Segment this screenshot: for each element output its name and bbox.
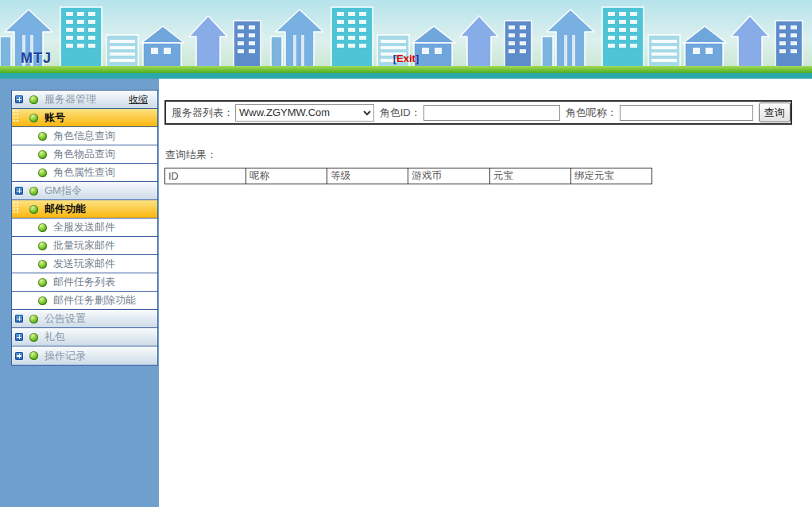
sidebar-item-operation-log[interactable]: 操作记录 — [12, 346, 157, 365]
sidebar-item-label: 公告设置 — [44, 312, 86, 326]
col-game-currency: 游戏币 — [408, 168, 489, 184]
green-orb-icon — [38, 168, 47, 177]
sidebar-item-send-player-mail[interactable]: 发送玩家邮件 — [12, 255, 157, 273]
green-orb-icon — [29, 205, 38, 214]
col-yuanbao: 元宝 — [489, 168, 570, 184]
sidebar-item-gm-command[interactable]: GM指令 — [12, 182, 157, 200]
green-orb-icon — [38, 150, 47, 159]
sidebar-item-label: 发送玩家邮件 — [53, 257, 115, 271]
sidebar-item-batch-player-mail[interactable]: 批量玩家邮件 — [12, 237, 157, 255]
sidebar-item-label: 全服发送邮件 — [53, 220, 115, 234]
col-id: ID — [165, 168, 246, 184]
sidebar-item-label: 批量玩家邮件 — [53, 238, 115, 253]
nickname-label: 角色呢称： — [566, 106, 617, 120]
collapse-link[interactable]: 收缩 — [129, 93, 148, 106]
sidebar-item-send-mail-all[interactable]: 全服发送邮件 — [12, 219, 157, 237]
site-logo: MTJ — [21, 50, 52, 67]
sidebar-item-mail-function[interactable]: 邮件功能 — [12, 200, 157, 219]
exit-label: Exit — [396, 52, 416, 64]
header-banner: MTJ [Exit] — [0, 0, 812, 79]
sidebar-item-label: 角色属性查询 — [53, 165, 115, 180]
col-level: 等级 — [327, 168, 408, 184]
sidebar-item-label: 邮件任务删除功能 — [53, 293, 136, 308]
result-title: 查询结果： — [165, 148, 812, 162]
green-orb-icon — [38, 223, 47, 232]
result-table: ID 呢称 等级 游戏币 元宝 绑定元宝 — [164, 168, 652, 184]
sidebar-menu: 服务器管理 收缩 账号 角色信息查询 角色物品查询 角色属性查询 — [11, 90, 158, 366]
table-header-row: ID 呢称 等级 游戏币 元宝 绑定元宝 — [165, 168, 652, 184]
sidebar-item-role-info-query[interactable]: 角色信息查询 — [12, 127, 157, 145]
expand-plus-icon[interactable] — [15, 333, 23, 341]
sidebar-item-label: GM指令 — [44, 184, 82, 198]
server-list-label: 服务器列表： — [172, 106, 234, 120]
sidebar-item-label: 账号 — [44, 110, 65, 125]
green-orb-icon — [38, 296, 47, 305]
sidebar-item-label: 角色信息查询 — [53, 129, 115, 143]
query-button[interactable]: 查询 — [759, 103, 791, 122]
sidebar-item-label: 邮件任务列表 — [53, 275, 115, 289]
sidebar-item-label: 角色物品查询 — [53, 147, 115, 161]
city-skyline-illustration — [0, 0, 812, 79]
role-id-input[interactable] — [423, 105, 560, 121]
nickname-input[interactable] — [620, 105, 753, 121]
sidebar: 服务器管理 收缩 账号 角色信息查询 角色物品查询 角色属性查询 — [0, 79, 159, 507]
col-bound-yuanbao: 绑定元宝 — [570, 168, 652, 184]
green-orb-icon — [29, 315, 38, 323]
query-form: 服务器列表： Www.ZGYMW.Com 角色ID： 角色呢称： 查询 — [164, 100, 792, 125]
expand-plus-icon[interactable] — [15, 187, 23, 195]
sidebar-item-mail-task-list[interactable]: 邮件任务列表 — [12, 273, 157, 292]
green-orb-icon — [29, 114, 38, 122]
sidebar-item-gift-package[interactable]: 礼包 — [12, 328, 157, 346]
expand-plus-icon[interactable] — [15, 95, 23, 103]
expand-plus-icon[interactable] — [15, 315, 23, 323]
green-orb-icon — [29, 351, 38, 360]
exit-link[interactable]: [Exit] — [393, 52, 420, 64]
sidebar-item-account[interactable]: 账号 — [12, 109, 157, 127]
sidebar-item-label: 礼包 — [44, 330, 65, 344]
green-orb-icon — [29, 95, 38, 104]
green-orb-icon — [38, 278, 47, 287]
green-orb-icon — [29, 187, 38, 195]
sidebar-item-label: 邮件功能 — [44, 202, 86, 216]
sidebar-item-label: 服务器管理 — [44, 92, 96, 106]
exit-bracket-right: ] — [416, 52, 419, 64]
green-orb-icon — [38, 260, 47, 269]
server-select[interactable]: Www.ZGYMW.Com — [235, 104, 374, 122]
col-nickname: 呢称 — [246, 168, 327, 184]
expand-plus-icon[interactable] — [15, 352, 23, 360]
sidebar-item-role-item-query[interactable]: 角色物品查询 — [12, 145, 157, 164]
role-id-label: 角色ID： — [380, 106, 421, 120]
sidebar-item-server-management[interactable]: 服务器管理 收缩 — [12, 91, 157, 109]
main-content: 服务器列表： Www.ZGYMW.Com 角色ID： 角色呢称： 查询 查询结果… — [159, 79, 812, 507]
sidebar-item-announcement-settings[interactable]: 公告设置 — [12, 310, 157, 328]
green-orb-icon — [29, 333, 38, 342]
sidebar-item-role-attribute-query[interactable]: 角色属性查询 — [12, 164, 157, 182]
sidebar-item-label: 操作记录 — [44, 349, 86, 363]
green-orb-icon — [38, 242, 47, 250]
green-orb-icon — [38, 132, 47, 141]
sidebar-item-mail-task-delete[interactable]: 邮件任务删除功能 — [12, 292, 157, 310]
